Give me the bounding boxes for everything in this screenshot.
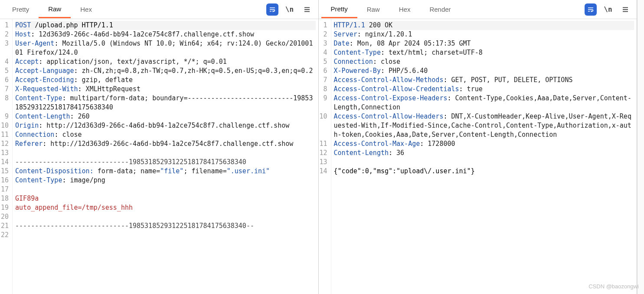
watermark: CSDN @baozongwi: [588, 283, 639, 290]
tab-pretty[interactable]: Pretty: [321, 1, 357, 18]
response-pane: Pretty Raw Hex Render \n 123456789 10 11…: [319, 0, 637, 294]
tab-raw[interactable]: Raw: [39, 1, 71, 18]
newline-icon[interactable]: \n: [284, 3, 296, 16]
request-tabbar: Pretty Raw Hex \n: [0, 0, 318, 19]
menu-icon[interactable]: [301, 3, 313, 16]
wrap-toggle-icon[interactable]: [585, 3, 597, 16]
tab-pretty[interactable]: Pretty: [3, 1, 39, 17]
tab-raw[interactable]: Raw: [357, 1, 389, 17]
tab-hex[interactable]: Hex: [389, 1, 420, 17]
side-strip: [637, 0, 644, 294]
request-gutter: 123 45678 910111213141516171819202122: [0, 19, 13, 294]
response-gutter: 123456789 10 11121314: [319, 19, 331, 294]
request-code[interactable]: POST /upload.php HTTP/1.1Host: 12d363d9-…: [13, 19, 318, 294]
tab-render[interactable]: Render: [420, 1, 460, 17]
request-pane: Pretty Raw Hex \n 123 45678 910111213141…: [0, 0, 319, 294]
newline-icon[interactable]: \n: [602, 3, 614, 16]
response-code[interactable]: HTTP/1.1 200 OKServer: nginx/1.20.1Date:…: [331, 19, 637, 294]
response-editor[interactable]: 123456789 10 11121314 HTTP/1.1 200 OKSer…: [319, 19, 637, 294]
tab-hex[interactable]: Hex: [71, 1, 101, 17]
response-tabbar: Pretty Raw Hex Render \n: [319, 0, 637, 19]
wrap-toggle-icon[interactable]: [266, 3, 278, 16]
menu-icon[interactable]: [619, 3, 631, 16]
request-editor[interactable]: 123 45678 910111213141516171819202122 PO…: [0, 19, 318, 294]
